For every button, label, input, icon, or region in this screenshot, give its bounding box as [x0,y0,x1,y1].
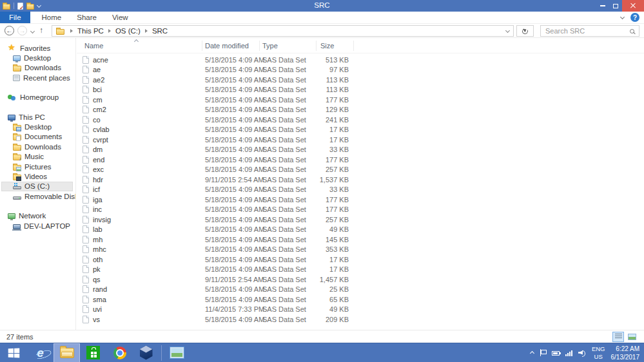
file-date-modified: 5/18/2015 4:09 AM [202,196,260,204]
forward-icon[interactable] [17,26,27,35]
file-size: 513 KB [317,56,354,64]
refresh-button[interactable] [516,25,534,37]
details-view-icon [615,334,622,339]
column-header-type[interactable]: Type [260,41,317,51]
file-row[interactable]: mhc 5/18/2015 4:09 AM SAS Data Set 353 K… [77,245,644,255]
tab-home[interactable]: Home [34,12,70,23]
file-row[interactable]: uvi 11/4/2015 7:33 PM SAS Data Set 49 KB [77,305,644,315]
column-header-date-modified[interactable]: Date modified [202,41,260,51]
sidebar-item-music[interactable]: Music [0,152,75,162]
volume-icon[interactable] [578,350,586,356]
taskbar-windows-store[interactable] [80,343,106,362]
file-name-cell: dm [77,146,202,153]
search-box[interactable]: Search SRC [540,25,639,37]
address-dropdown-chevron-icon[interactable] [505,28,510,32]
file-row[interactable]: acne 5/18/2015 4:09 AM SAS Data Set 513 … [77,55,644,65]
tab-view[interactable]: View [104,12,136,23]
battery-icon[interactable] [552,351,560,356]
details-view-button[interactable] [612,332,624,342]
taskbar-file-explorer[interactable] [54,343,80,362]
file-type: SAS Data Set [260,146,317,153]
file-row[interactable]: hdr 9/11/2015 2:54 AM SAS Data Set 1,537… [77,175,644,185]
column-header-size[interactable]: Size [317,41,354,51]
windows-store-icon [86,346,100,359]
column-header-name[interactable]: Name [77,41,202,51]
up-icon[interactable] [39,26,43,35]
thumbnails-view-button[interactable] [626,332,638,342]
file-row[interactable]: icf 5/18/2015 4:09 AM SAS Data Set 33 KB [77,185,644,195]
recent-locations-chevron-icon[interactable] [30,29,35,33]
sidebar-item-desktop[interactable]: Desktop [0,122,75,131]
taskbar-photo-viewer[interactable] [164,343,190,362]
file-row[interactable]: qs 9/11/2015 2:54 AM SAS Data Set 1,457 … [77,274,644,285]
file-row[interactable]: vs 5/18/2015 4:09 AM SAS Data Set 209 KB [77,314,644,325]
sidebar-item-pictures[interactable]: Pictures [0,162,75,171]
expand-ribbon-chevron-icon[interactable] [620,14,625,19]
file-row[interactable]: ae2 5/18/2015 4:09 AM SAS Data Set 113 K… [77,75,644,85]
close-button[interactable] [622,0,644,12]
sidebar-item-downloads[interactable]: Downloads [0,142,75,151]
sidebar-item-videos[interactable]: Videos [0,171,75,181]
close-icon [630,3,636,9]
sidebar-item-dev-laptop[interactable]: DEV-LAPTOP [0,221,75,231]
file-row[interactable]: rand 5/18/2015 4:09 AM SAS Data Set 25 K… [77,285,644,295]
breadcrumb-item[interactable]: SRC [141,27,168,35]
sidebar-item-documents[interactable]: Documents [0,132,75,142]
sidebar-item-os-c[interactable]: OS (C:) [1,182,73,191]
taskbar-virtualbox[interactable] [133,343,159,362]
file-row[interactable]: cvlab 5/18/2015 4:09 AM SAS Data Set 17 … [77,125,644,135]
hidden-icons-chevron-icon[interactable] [530,351,534,356]
minimize-button[interactable] [596,0,609,12]
breadcrumb-item[interactable]: This PC [66,27,104,35]
sidebar-item-downloads[interactable]: Downloads [0,63,75,73]
taskbar-internet-explorer[interactable] [27,343,54,362]
sidebar-item-label: Downloads [24,143,61,151]
breadcrumb-item[interactable]: OS (C:) [104,27,141,35]
tab-file[interactable]: File [0,12,30,23]
file-row[interactable]: cm2 5/18/2015 4:09 AM SAS Data Set 129 K… [77,105,644,115]
network-signal-icon[interactable] [565,350,572,356]
file-row[interactable]: oth 5/18/2015 4:09 AM SAS Data Set 17 KB [77,254,644,265]
file-icon [83,136,89,144]
start-button[interactable] [0,343,27,362]
file-name: rand [93,285,107,293]
sidebar-item-removable-disk-e[interactable]: Removable Disk (E:) [0,191,75,201]
file-row[interactable]: lab 5/18/2015 4:09 AM SAS Data Set 49 KB [77,225,644,235]
sidebar-item-network[interactable]: Network [0,211,75,220]
file-row[interactable]: exc 5/18/2015 4:09 AM SAS Data Set 257 K… [77,165,644,175]
file-name: ae2 [93,76,104,84]
file-row[interactable]: dm 5/18/2015 4:09 AM SAS Data Set 33 KB [77,145,644,155]
file-name: bci [93,86,102,93]
file-row[interactable]: mh 5/18/2015 4:09 AM SAS Data Set 145 KB [77,234,644,245]
language-indicator[interactable]: ENG US [592,345,605,360]
file-row[interactable]: cm 5/18/2015 4:09 AM SAS Data Set 177 KB [77,95,644,105]
clock[interactable]: 6:22 AM 6/13/2017 [611,345,640,361]
file-row[interactable]: cvrpt 5/18/2015 4:09 AM SAS Data Set 17 … [77,135,644,145]
sidebar-item-recent-places[interactable]: Recent places [0,73,75,82]
restore-button[interactable] [609,0,622,12]
tab-share[interactable]: Share [69,12,104,23]
sidebar-item-homegroup[interactable]: Homegroup [0,93,75,102]
sidebar-item-desktop[interactable]: Desktop [0,53,75,62]
sidebar-item-favorites[interactable]: Favorites [0,43,75,53]
file-row[interactable]: invsig 5/18/2015 4:09 AM SAS Data Set 25… [77,214,644,225]
sidebar-item-this-pc[interactable]: This PC [0,112,75,122]
file-row[interactable]: inc 5/18/2015 4:09 AM SAS Data Set 177 K… [77,205,644,215]
file-icon [83,216,89,224]
file-size: 209 KB [317,316,354,323]
help-icon[interactable]: ? [630,13,639,22]
taskbar-chrome[interactable] [106,343,133,362]
file-icon [83,276,89,283]
file-rows: acne 5/18/2015 4:09 AM SAS Data Set 513 … [77,55,644,330]
file-row[interactable]: pk 5/18/2015 4:09 AM SAS Data Set 17 KB [77,265,644,275]
file-row[interactable]: ae 5/18/2015 4:09 AM SAS Data Set 97 KB [77,65,644,75]
file-row[interactable]: iga 5/18/2015 4:09 AM SAS Data Set 177 K… [77,195,644,205]
file-row[interactable]: co 5/18/2015 4:09 AM SAS Data Set 241 KB [77,115,644,125]
language-line1: ENG [592,345,605,352]
back-icon[interactable] [5,26,14,35]
file-row[interactable]: sma 5/18/2015 4:09 AM SAS Data Set 65 KB [77,294,644,305]
file-row[interactable]: bci 5/18/2015 4:09 AM SAS Data Set 113 K… [77,85,644,95]
address-bar[interactable]: This PC OS (C:) SRC [52,25,514,37]
action-center-flag-icon[interactable] [540,349,546,357]
file-row[interactable]: end 5/18/2015 4:09 AM SAS Data Set 177 K… [77,155,644,165]
